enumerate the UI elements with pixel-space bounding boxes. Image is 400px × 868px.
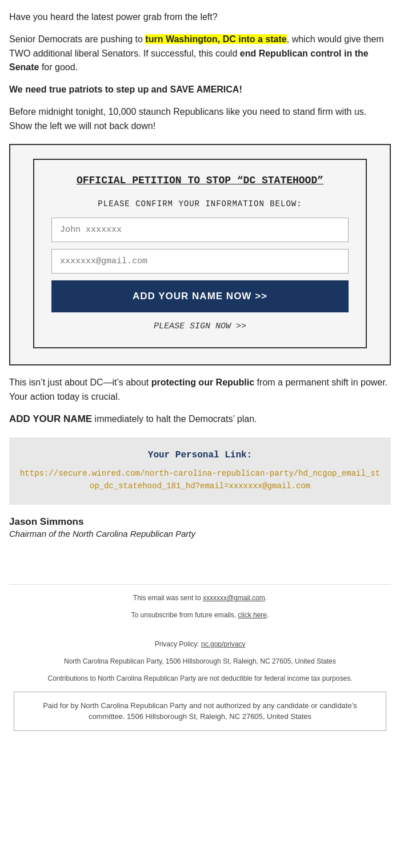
please-sign-label: PLEASE SIGN NOW >> [51,322,349,331]
footer: This email was sent to xxxxxxx@gmail.com… [9,584,391,730]
footer-sent-to: This email was sent to xxxxxxx@gmail.com… [9,593,391,603]
personal-link-url[interactable]: https://secure.winred.com/north-carolina… [18,467,382,493]
body-paragraph2: ADD YOUR NAME immediately to halt the De… [9,412,391,427]
footer-privacy: Privacy Policy: nc.gop/privacy [9,639,391,649]
petition-title: OFFICIAL PETITION TO STOP “DC STATEHOOD” [51,174,349,188]
intro-line4: Before midnight tonight, 10,000 staunch … [9,105,391,134]
footer-disclaimer: Paid for by North Carolina Republican Pa… [14,692,386,731]
personal-link-label: Your Personal Link: [18,450,382,460]
body-p2-post: immediately to halt the Democrats’ plan. [92,414,257,424]
footer-privacy-link[interactable]: nc.gop/privacy [201,640,245,648]
petition-inner-box: OFFICIAL PETITION TO STOP “DC STATEHOOD”… [33,159,367,348]
petition-subtitle: PLEASE CONFIRM YOUR INFORMATION BELOW: [51,199,349,208]
intro-line2-highlight: turn Washington, DC into a state [145,34,286,44]
body-p1-bold: protecting our Republic [151,377,254,387]
footer-email-link[interactable]: xxxxxxx@gmail.com [203,594,265,602]
signature-block: Jason Simmons Chairman of the North Caro… [9,516,391,539]
email-input[interactable] [51,249,349,274]
name-input[interactable] [51,218,349,242]
intro-line1: Have you heard the latest power grab fro… [9,10,391,25]
intro-line2-end: for good. [39,62,78,72]
footer-unsubscribe-link[interactable]: click here [238,611,267,619]
petition-outer-box: OFFICIAL PETITION TO STOP “DC STATEHOOD”… [9,144,391,365]
footer-unsubscribe: To unsubscribe from future emails, click… [9,610,391,620]
body-p2-bold: ADD YOUR NAME [9,413,92,424]
intro-line2-pre: Senior Democrats are pushing to [9,34,145,44]
footer-tax-note: Contributions to North Carolina Republic… [9,673,391,684]
signature-title: Chairman of the North Carolina Republica… [9,529,391,539]
footer-address: North Carolina Republican Party, 1506 Hi… [9,656,391,666]
intro-line2: Senior Democrats are pushing to turn Was… [9,33,391,75]
signature-name: Jason Simmons [9,516,391,528]
body-paragraph1: This isn’t just about DC—it’s about prot… [9,376,391,404]
body-p1-pre: This isn’t just about DC—it’s about [9,377,151,387]
add-name-button[interactable]: ADD YOUR NAME NOW >> [51,280,349,312]
personal-link-box: Your Personal Link: https://secure.winre… [9,437,391,505]
intro-line3: We need true patriots to step up and SAV… [9,83,391,97]
